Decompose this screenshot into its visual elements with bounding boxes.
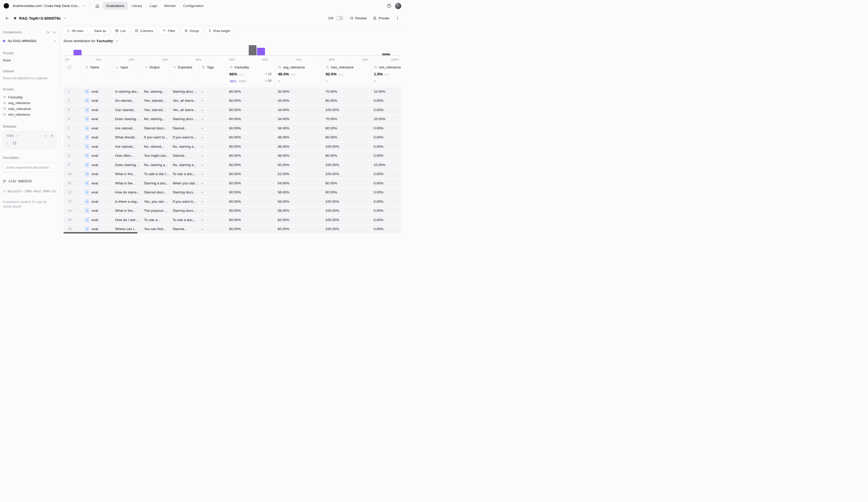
cell-score-max-relevance[interactable]: 100.00% (322, 218, 371, 222)
metadata-format-select[interactable]: YAML (6, 134, 19, 138)
histogram-bar[interactable] (249, 45, 257, 55)
cell-output[interactable]: You can find... (141, 227, 169, 231)
cell-expected[interactable]: Starring docs ... (169, 90, 198, 93)
cell-score-min-relevance[interactable]: 0.00% (371, 108, 401, 112)
cell-tags[interactable]: – (198, 209, 226, 212)
cell-tags[interactable]: – (198, 163, 226, 167)
table-row[interactable]: 7evalAre starred...No, starred...No, sta… (63, 142, 401, 151)
cell-score-avg-relevance[interactable]: 52.00% (275, 172, 322, 176)
table-row[interactable]: 12evalHow do starre...Starred docs...Sta… (63, 188, 401, 197)
header-input[interactable]: Input (112, 63, 141, 86)
table-row[interactable]: 9evalDoes starring ...No, starring a...N… (63, 161, 401, 169)
cell-score-factuality[interactable]: 60.00% (226, 90, 275, 93)
table-row[interactable]: 13evalIs there a way...Yes, you can ...I… (63, 197, 401, 206)
cell-name[interactable]: eval (82, 117, 112, 121)
cell-output[interactable]: If you want to... (141, 135, 169, 139)
cell-output[interactable]: Yes, starred... (141, 108, 169, 112)
cell-input[interactable]: Is there a way... (112, 200, 141, 203)
table-row[interactable]: 4evalDoes starring...No, starring...Star… (63, 115, 401, 123)
cell-score-min-relevance[interactable]: 0.00% (371, 99, 401, 102)
cell-score-avg-relevance[interactable]: 46.00% (275, 135, 322, 139)
cell-expected[interactable]: No, starring a... (169, 163, 198, 167)
cell-tags[interactable]: – (198, 190, 226, 194)
cell-score-factuality[interactable]: 60.00% (226, 172, 275, 176)
description-input[interactable] (3, 163, 56, 172)
cell-score-factuality[interactable]: 60.00% (226, 144, 275, 149)
cell-score-avg-relevance[interactable]: 56.00% (275, 190, 322, 194)
histogram-bar[interactable] (257, 48, 265, 55)
cell-tags[interactable]: – (198, 108, 226, 112)
table-row[interactable]: 15evalHow do I star ...To star a...To st… (63, 215, 401, 224)
table-row[interactable]: 5evalAre starred...Starred docs...Starre… (63, 124, 401, 132)
cell-expected[interactable]: To star a doc,... (169, 218, 198, 222)
cell-score-factuality[interactable]: 60.00% (226, 163, 275, 167)
cell-tags[interactable]: – (198, 200, 226, 203)
cell-input[interactable]: What is the... (112, 172, 141, 176)
scorer-item-factuality[interactable]: %Factuality (3, 94, 56, 100)
header-expected[interactable]: Expected (169, 63, 198, 86)
cell-score-max-relevance[interactable]: 100.00% (322, 144, 371, 149)
cell-tags[interactable]: – (198, 218, 226, 222)
metadata-editor[interactable]: YAML 1 {} (3, 131, 56, 148)
cell-output[interactable]: No, starring... (141, 90, 169, 93)
cell-input[interactable]: How often... (112, 154, 141, 158)
cell-score-factuality[interactable]: 60.00% (226, 108, 275, 112)
cell-expected[interactable]: Yes, all starre... (169, 99, 198, 102)
cell-score-factuality[interactable]: 60.00% (226, 117, 275, 121)
table-row[interactable]: 10evalWhat is the...To add a star t...To… (63, 170, 401, 179)
cell-output[interactable]: Yes, you can ... (141, 200, 169, 203)
tab-logs[interactable]: Logs (146, 2, 160, 10)
header-output[interactable]: Output (141, 63, 169, 86)
cell-output[interactable]: To add a star t... (141, 172, 169, 176)
cell-score-min-relevance[interactable]: 0.00% (371, 144, 401, 149)
cell-expected[interactable]: Starred... (169, 227, 198, 231)
home-button[interactable] (94, 2, 101, 10)
header-score-min-relevance[interactable]: %min_relevance1.5%AVG– (371, 63, 401, 86)
cell-score-factuality[interactable]: 60.00% (226, 218, 275, 222)
header-score-factuality[interactable]: %Factuality66%AVG1036%+30%10 (226, 63, 275, 86)
cell-score-max-relevance[interactable]: 70.00% (322, 90, 371, 93)
cell-score-min-relevance[interactable]: 0.00% (371, 190, 401, 194)
cell-input[interactable]: Does starring... (112, 117, 141, 121)
tab-monitor[interactable]: Monitor (161, 2, 179, 10)
cell-input[interactable]: Where can I... (112, 227, 141, 231)
cell-expected[interactable]: Starring docs... (169, 209, 198, 212)
cell-score-avg-relevance[interactable]: 60.00% (275, 218, 322, 222)
sort-icon[interactable] (46, 30, 50, 34)
cell-tags[interactable]: – (198, 90, 226, 93)
score-distribution-chart[interactable]: 0%10%20%30%40%50%60%70%80%90%100% (65, 45, 399, 62)
cell-name[interactable]: eval (82, 98, 112, 103)
cell-name[interactable]: eval (82, 227, 112, 231)
cell-score-factuality[interactable]: 60.00% (226, 209, 275, 212)
cell-input[interactable]: Do starred... (112, 99, 141, 102)
cell-name[interactable]: eval (82, 108, 112, 112)
cell-tags[interactable]: – (198, 99, 226, 102)
cell-tags[interactable]: – (198, 154, 226, 158)
all-rows-button[interactable]: All rows (64, 27, 91, 34)
private-button[interactable]: Private (373, 16, 389, 20)
cell-input[interactable]: Is starring doc... (112, 90, 141, 93)
cell-output[interactable]: You might use... (141, 154, 169, 158)
table-row[interactable]: 2evalDo starred...Yes, starred...Yes, al… (63, 97, 401, 105)
cell-score-min-relevance[interactable]: 10.00% (371, 163, 401, 167)
scorer-item-min-relevance[interactable]: %min_relevance (3, 112, 56, 118)
cell-expected[interactable]: If you want to... (169, 135, 198, 139)
cell-expected[interactable]: If you want to... (169, 200, 198, 203)
cell-tags[interactable]: – (198, 126, 226, 130)
cell-score-avg-relevance[interactable]: 46.00% (275, 144, 322, 149)
histogram-bar[interactable] (73, 50, 81, 55)
table-row[interactable]: 3evalCan starred...Yes, starred...Yes, a… (63, 106, 401, 114)
cell-score-min-relevance[interactable]: 0.00% (371, 181, 401, 185)
cell-tags[interactable]: – (198, 135, 226, 139)
group-button[interactable]: Group (181, 27, 202, 35)
cell-expected[interactable]: Starring docs... (169, 190, 198, 194)
cell-tags[interactable]: – (198, 181, 226, 185)
table-row[interactable]: 14evalWhat is the...The purpose ...Starr… (63, 207, 401, 215)
cell-score-avg-relevance[interactable]: 34.00% (275, 108, 322, 112)
chevron-down-icon[interactable] (63, 17, 66, 20)
cell-score-avg-relevance[interactable]: 60.00% (275, 227, 322, 231)
collapse-sidebar-icon[interactable] (53, 30, 56, 34)
cell-score-factuality[interactable]: 60.00% (226, 135, 275, 139)
user-avatar[interactable] (395, 2, 402, 9)
diff-toggle[interactable] (336, 16, 343, 20)
